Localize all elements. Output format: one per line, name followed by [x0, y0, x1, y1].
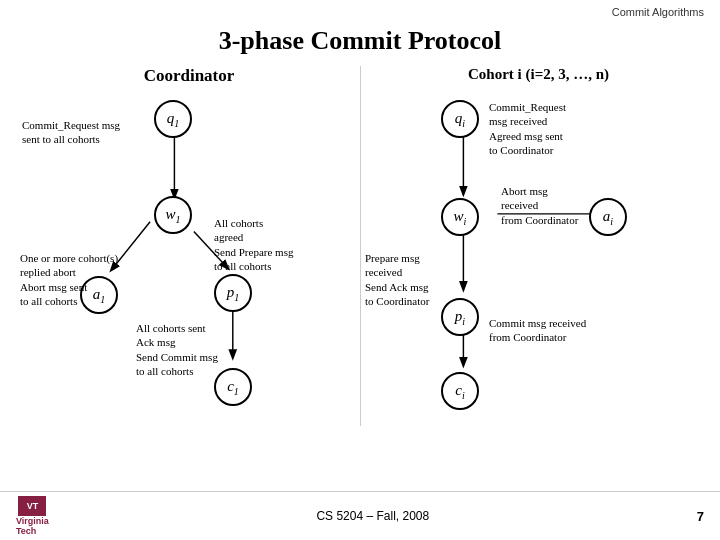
state-q1: q1	[154, 100, 192, 138]
label-one-or-more-abort: One or more cohort(s)replied abortAbort …	[20, 251, 140, 308]
cohort-title: Cohort i (i=2, 3, …, n)	[375, 66, 702, 83]
state-qi: qi	[441, 100, 479, 138]
label-commit-msg-recv: Commit msg receivedfrom Coordinator	[489, 316, 619, 345]
cohort-column: Cohort i (i=2, 3, …, n) qi Commit_Reques…	[360, 66, 702, 426]
label-prepare-msg-recv: Prepare msgreceivedSend Ack msgto Coordi…	[365, 251, 475, 308]
vt-logo: VT VirginiaTech	[16, 496, 49, 536]
coordinator-column: Coordinator q1 Commit_Request msgsent to…	[18, 66, 360, 426]
label-all-cohorts-agreed: All cohortsagreedSend Prepare msgto all …	[214, 216, 324, 273]
state-wi: wi	[441, 198, 479, 236]
footer: VT VirginiaTech CS 5204 – Fall, 2008 7	[0, 491, 720, 540]
label-commit-request-sent: Commit_Request msgsent to all cohorts	[22, 118, 142, 147]
footer-page: 7	[697, 509, 704, 524]
footer-course: CS 5204 – Fall, 2008	[316, 509, 429, 523]
state-p1: p1	[214, 274, 252, 312]
vt-box: VT	[18, 496, 46, 516]
coordinator-title: Coordinator	[18, 66, 360, 86]
state-ai: ai	[589, 198, 627, 236]
state-w1: w1	[154, 196, 192, 234]
label-abort-msg-recv: Abort msgreceivedfrom Coordinator	[501, 184, 591, 227]
state-ci: ci	[441, 372, 479, 410]
main-title: 3-phase Commit Protocol	[0, 26, 720, 56]
diagram-columns: Coordinator q1 Commit_Request msgsent to…	[0, 66, 720, 426]
header-title: Commit Algorithms	[0, 0, 720, 20]
label-all-cohorts-ack: All cohorts sentAck msgSend Commit msgto…	[136, 321, 246, 378]
label-commit-request-recv1: Commit_Requestmsg receivedAgreed msg sen…	[489, 100, 619, 157]
